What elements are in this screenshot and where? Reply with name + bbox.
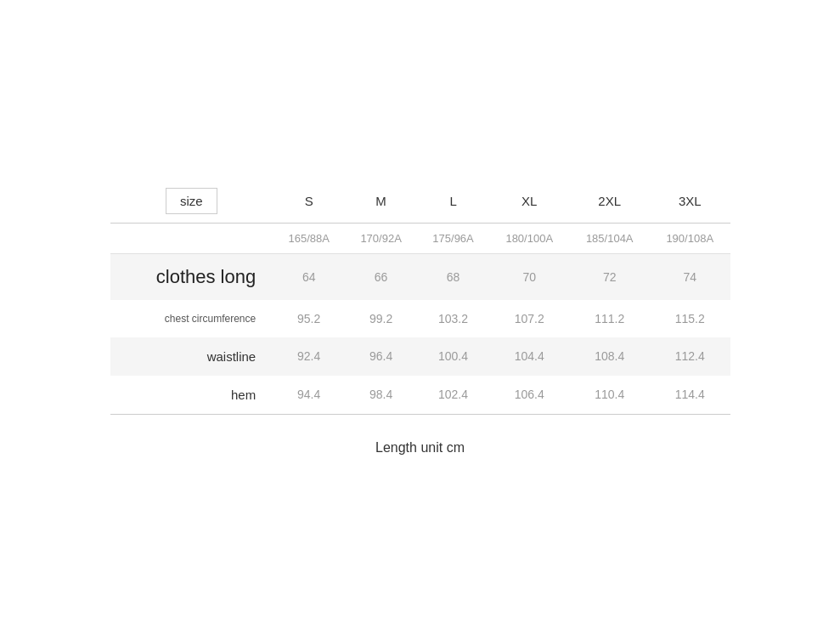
row-chest: chest circumference 95.2 99.2 103.2 107.… [110,300,730,337]
val-chest-3xl: 115.2 [650,300,730,337]
val-chest-m: 99.2 [345,300,417,337]
subheader-empty [110,223,273,253]
size-header-box: size [166,188,217,214]
size-table: size S M L XL 2XL 3XL 165/88A 170/92A 17… [110,179,730,415]
label-clothes-long: clothes long [110,253,273,300]
subheader-row: 165/88A 170/92A 175/96A 180/100A 185/104… [110,223,730,253]
val-hem-s: 94.4 [273,376,345,415]
size-label-cell: size [110,179,273,224]
subheader-m: 170/92A [345,223,417,253]
val-waist-l: 100.4 [417,337,489,376]
val-clothes-long-2xl: 72 [569,253,649,300]
val-clothes-long-3xl: 74 [650,253,730,300]
subheader-l: 175/96A [417,223,489,253]
val-hem-l: 102.4 [417,376,489,415]
val-chest-2xl: 111.2 [569,300,649,337]
header-row: size S M L XL 2XL 3XL [110,179,730,224]
col-header-xl: XL [489,179,569,224]
label-chest: chest circumference [110,300,273,337]
val-waist-m: 96.4 [345,337,417,376]
val-hem-xl: 106.4 [489,376,569,415]
row-clothes-long: clothes long 64 66 68 70 72 74 [110,253,730,300]
val-hem-2xl: 110.4 [569,376,649,415]
val-chest-s: 95.2 [273,300,345,337]
val-chest-xl: 107.2 [489,300,569,337]
val-waist-3xl: 112.4 [650,337,730,376]
val-waist-2xl: 108.4 [569,337,649,376]
subheader-2xl: 185/104A [569,223,649,253]
subheader-xl: 180/100A [489,223,569,253]
val-chest-l: 103.2 [417,300,489,337]
val-hem-m: 98.4 [345,376,417,415]
size-chart-container: size S M L XL 2XL 3XL 165/88A 170/92A 17… [110,179,730,456]
label-waistline: waistline [110,337,273,376]
footer-note: Length unit cm [110,440,730,456]
val-hem-3xl: 114.4 [650,376,730,415]
val-clothes-long-m: 66 [345,253,417,300]
col-header-s: S [273,179,345,224]
val-clothes-long-s: 64 [273,253,345,300]
subheader-s: 165/88A [273,223,345,253]
col-header-l: L [417,179,489,224]
val-waist-xl: 104.4 [489,337,569,376]
col-header-2xl: 2XL [569,179,649,224]
val-waist-s: 92.4 [273,337,345,376]
val-clothes-long-l: 68 [417,253,489,300]
label-hem: hem [110,376,273,415]
row-hem: hem 94.4 98.4 102.4 106.4 110.4 114.4 [110,376,730,415]
row-waistline: waistline 92.4 96.4 100.4 104.4 108.4 11… [110,337,730,376]
col-header-3xl: 3XL [650,179,730,224]
subheader-3xl: 190/108A [650,223,730,253]
col-header-m: M [345,179,417,224]
val-clothes-long-xl: 70 [489,253,569,300]
